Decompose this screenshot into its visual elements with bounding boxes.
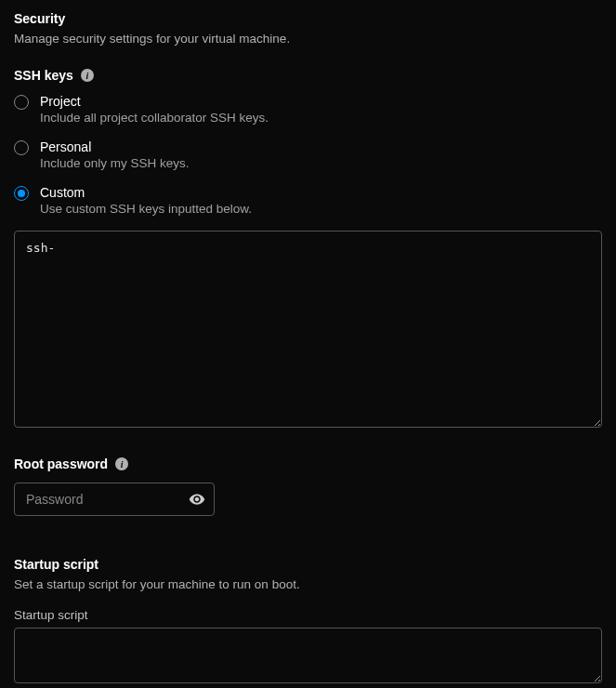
ssh-option-project[interactable]: Project Include all project collaborator… bbox=[14, 94, 602, 125]
radio-desc: Include only my SSH keys. bbox=[40, 156, 190, 170]
info-icon[interactable]: i bbox=[115, 457, 128, 470]
ssh-keys-section: SSH keys i Project Include all project c… bbox=[14, 68, 602, 430]
security-section: Security Manage security settings for yo… bbox=[14, 11, 602, 46]
radio-circle-icon bbox=[14, 95, 29, 110]
radio-desc: Use custom SSH keys inputted below. bbox=[40, 202, 252, 216]
radio-circle-icon bbox=[14, 186, 29, 201]
security-title: Security bbox=[14, 11, 602, 26]
root-password-input[interactable] bbox=[14, 483, 215, 516]
security-desc: Manage security settings for your virtua… bbox=[14, 32, 602, 46]
ssh-radio-group: Project Include all project collaborator… bbox=[14, 94, 602, 216]
ssh-option-personal[interactable]: Personal Include only my SSH keys. bbox=[14, 139, 602, 170]
ssh-option-custom[interactable]: Custom Use custom SSH keys inputted belo… bbox=[14, 185, 602, 216]
radio-title: Personal bbox=[40, 139, 190, 154]
root-password-section: Root password i bbox=[14, 456, 602, 516]
eye-icon[interactable] bbox=[189, 491, 205, 508]
radio-circle-icon bbox=[14, 140, 29, 155]
root-password-label: Root password bbox=[14, 456, 108, 471]
ssh-keys-textarea[interactable] bbox=[14, 231, 602, 428]
startup-script-textarea[interactable] bbox=[14, 628, 602, 683]
startup-desc: Set a startup script for your machine to… bbox=[14, 577, 602, 591]
radio-title: Project bbox=[40, 94, 269, 109]
radio-desc: Include all project collaborator SSH key… bbox=[40, 111, 269, 125]
startup-script-section: Startup script Set a startup script for … bbox=[14, 557, 602, 686]
radio-title: Custom bbox=[40, 185, 252, 200]
startup-title: Startup script bbox=[14, 557, 602, 572]
startup-field-label: Startup script bbox=[14, 608, 602, 622]
info-icon[interactable]: i bbox=[81, 69, 94, 82]
ssh-keys-label: SSH keys bbox=[14, 68, 73, 83]
